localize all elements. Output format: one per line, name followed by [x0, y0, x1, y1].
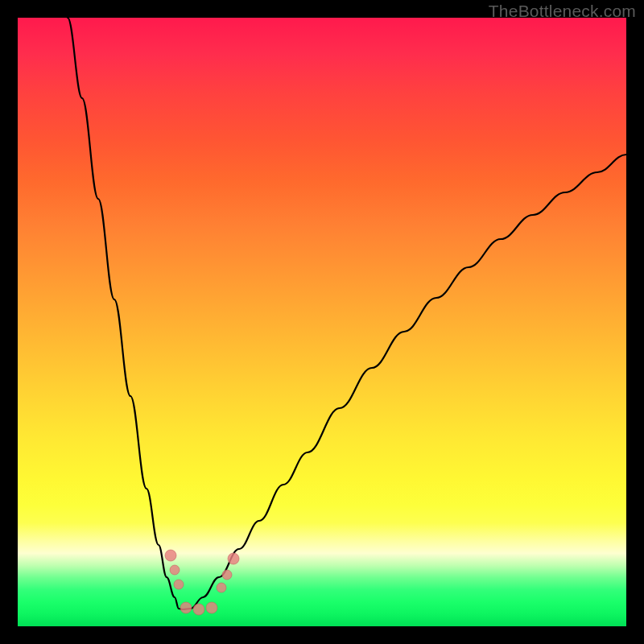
watermark-text: TheBottleneck.com: [489, 2, 636, 21]
plot-area: [18, 18, 626, 626]
bottom-marker-1: [180, 602, 192, 613]
right-marker-mid: [222, 570, 232, 580]
right-marker-upper: [228, 553, 239, 564]
left-marker-mid: [170, 565, 180, 575]
left-marker-lower: [174, 580, 184, 589]
bottleneck-chart: TheBottleneck.com: [0, 0, 644, 644]
bottom-marker-3: [206, 602, 217, 613]
bottom-marker-2: [193, 604, 204, 615]
curve-svg: [18, 18, 626, 626]
right-marker-lower: [217, 583, 226, 592]
bottleneck-curve-line: [68, 18, 626, 609]
curve-markers: [165, 550, 239, 615]
left-marker-upper: [165, 550, 176, 561]
